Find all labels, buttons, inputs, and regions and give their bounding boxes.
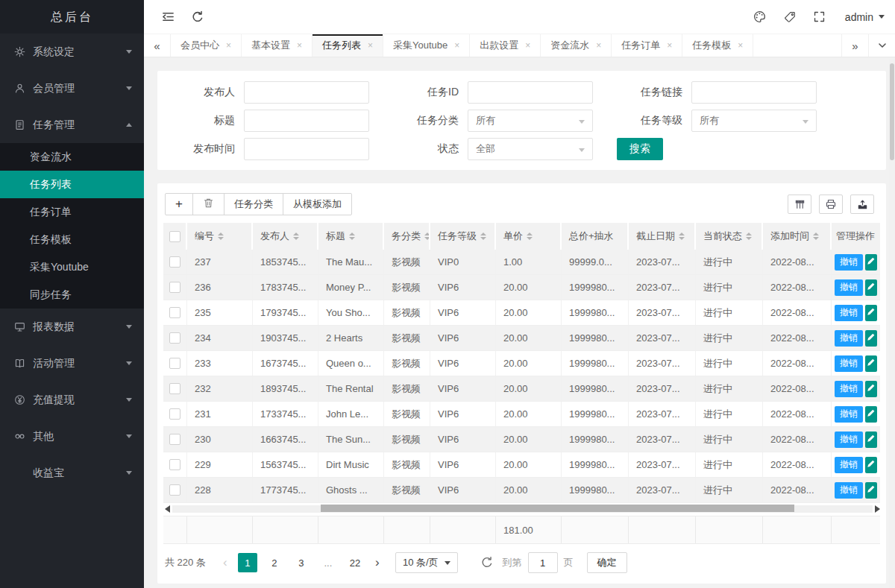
row-checkbox[interactable] bbox=[169, 484, 180, 496]
sort-icon[interactable] bbox=[679, 233, 685, 240]
edit-button[interactable] bbox=[865, 406, 877, 423]
close-icon[interactable]: × bbox=[297, 40, 302, 51]
revoke-button[interactable]: 撤销 bbox=[835, 431, 863, 448]
edit-button[interactable] bbox=[865, 431, 877, 448]
sidebar-item[interactable]: 活动管理 bbox=[0, 345, 144, 382]
fullscreen-icon[interactable] bbox=[805, 0, 835, 34]
page-number[interactable]: 3 bbox=[292, 553, 311, 572]
filter-select[interactable]: 全部 bbox=[468, 138, 593, 160]
sort-icon[interactable] bbox=[218, 233, 224, 240]
delete-button[interactable] bbox=[192, 193, 224, 215]
filter-select[interactable]: 所有 bbox=[691, 110, 817, 132]
select-all-checkbox[interactable] bbox=[169, 231, 180, 242]
refresh-icon[interactable] bbox=[183, 0, 213, 34]
close-icon[interactable]: × bbox=[667, 40, 672, 51]
revoke-button[interactable]: 撤销 bbox=[835, 305, 863, 321]
sort-icon[interactable] bbox=[813, 233, 819, 240]
sidebar-subitem[interactable]: 采集Youtube bbox=[0, 253, 144, 281]
export-icon[interactable] bbox=[850, 195, 874, 214]
row-checkbox[interactable] bbox=[169, 358, 180, 369]
column-header[interactable]: 发布人 bbox=[253, 223, 318, 250]
filter-input[interactable] bbox=[691, 81, 817, 104]
edit-button[interactable] bbox=[865, 279, 877, 296]
column-header[interactable]: 编号 bbox=[187, 223, 253, 250]
edit-button[interactable] bbox=[865, 381, 877, 397]
column-header[interactable]: 截止日期 bbox=[629, 223, 696, 250]
vertical-scrollbar[interactable] bbox=[889, 58, 895, 588]
collapse-sidebar-icon[interactable] bbox=[153, 0, 183, 34]
tab[interactable]: 任务订单 × bbox=[612, 34, 682, 57]
close-icon[interactable]: × bbox=[454, 40, 459, 51]
tab[interactable]: 会员中心 × bbox=[171, 34, 242, 57]
sort-icon[interactable] bbox=[527, 233, 533, 240]
sidebar-item[interactable]: 其他 bbox=[0, 418, 144, 455]
row-checkbox[interactable] bbox=[169, 332, 180, 344]
tab[interactable]: 采集Youtube × bbox=[383, 34, 470, 57]
sidebar-subitem[interactable]: 任务列表 bbox=[0, 171, 144, 198]
edit-button[interactable] bbox=[865, 355, 877, 372]
next-page-button[interactable]: › bbox=[368, 553, 386, 572]
tabs-scroll-right-icon[interactable]: » bbox=[841, 34, 868, 57]
close-icon[interactable]: × bbox=[596, 40, 601, 51]
edit-button[interactable] bbox=[865, 330, 877, 347]
scroll-right-arrow-icon[interactable] bbox=[875, 505, 880, 513]
printer-icon[interactable] bbox=[819, 195, 843, 214]
column-header[interactable]: 管理操作 bbox=[832, 223, 880, 250]
tab[interactable]: 基本设置 × bbox=[242, 34, 313, 57]
user-menu[interactable]: admin bbox=[845, 11, 885, 23]
revoke-button[interactable]: 撤销 bbox=[835, 457, 863, 473]
columns-icon[interactable] bbox=[788, 195, 811, 214]
revoke-button[interactable]: 撤销 bbox=[835, 355, 863, 372]
page-size-select[interactable]: 10 条/页 bbox=[395, 552, 458, 573]
page-number[interactable]: 1 bbox=[238, 553, 257, 572]
column-header[interactable]: 标题 bbox=[318, 223, 384, 250]
revoke-button[interactable]: 撤销 bbox=[835, 279, 863, 296]
column-header[interactable]: 当前状态 bbox=[696, 223, 763, 250]
sort-icon[interactable] bbox=[746, 233, 752, 240]
column-header[interactable]: 添加时间 bbox=[763, 223, 832, 250]
prev-page-button[interactable]: ‹ bbox=[216, 553, 234, 572]
close-icon[interactable]: × bbox=[368, 40, 373, 51]
column-header[interactable]: 单价 bbox=[496, 223, 562, 250]
theme-palette-icon[interactable] bbox=[745, 0, 775, 34]
edit-button[interactable] bbox=[865, 457, 877, 473]
column-header[interactable]: 总价+抽水 bbox=[562, 223, 629, 250]
edit-button[interactable] bbox=[865, 254, 877, 271]
edit-button[interactable] bbox=[865, 482, 877, 499]
revoke-button[interactable]: 撤销 bbox=[835, 381, 863, 397]
sidebar-item[interactable]: 报表数据 bbox=[0, 309, 144, 345]
sidebar-item[interactable]: 任务管理 bbox=[0, 107, 144, 143]
revoke-button[interactable]: 撤销 bbox=[835, 482, 863, 499]
task-category-button[interactable]: 任务分类 bbox=[224, 193, 283, 215]
page-number[interactable]: 22 bbox=[345, 553, 365, 572]
confirm-page-button[interactable]: 确定 bbox=[587, 552, 627, 573]
row-checkbox[interactable] bbox=[169, 256, 180, 268]
close-icon[interactable]: × bbox=[738, 40, 743, 51]
row-checkbox[interactable] bbox=[169, 282, 180, 293]
sidebar-item[interactable]: 收益宝 bbox=[0, 455, 144, 491]
edit-button[interactable] bbox=[865, 305, 877, 321]
close-icon[interactable]: × bbox=[525, 40, 530, 51]
sort-icon[interactable] bbox=[480, 233, 486, 240]
sort-icon[interactable] bbox=[424, 233, 430, 240]
page-number[interactable]: ... bbox=[318, 553, 338, 572]
horizontal-scrollbar-thumb[interactable] bbox=[321, 505, 794, 512]
filter-input[interactable] bbox=[244, 110, 369, 132]
sidebar-subitem[interactable]: 同步任务 bbox=[0, 281, 144, 309]
revoke-button[interactable]: 撤销 bbox=[835, 406, 863, 423]
add-from-template-button[interactable]: 从模板添加 bbox=[283, 193, 352, 215]
scroll-left-arrow-icon[interactable] bbox=[165, 505, 170, 513]
sidebar-item[interactable]: 系统设定 bbox=[0, 34, 144, 70]
column-header[interactable]: 务分类 bbox=[384, 223, 430, 250]
refresh-table-icon[interactable] bbox=[477, 553, 497, 572]
row-checkbox[interactable] bbox=[169, 307, 180, 318]
tab[interactable]: 任务模板 × bbox=[682, 34, 753, 57]
vertical-scrollbar-thumb[interactable] bbox=[890, 63, 894, 160]
sidebar-subitem[interactable]: 任务模板 bbox=[0, 226, 144, 253]
filter-input[interactable] bbox=[468, 81, 593, 104]
tag-icon[interactable] bbox=[775, 0, 805, 34]
sidebar-subitem[interactable]: 任务订单 bbox=[0, 198, 144, 226]
close-icon[interactable]: × bbox=[226, 40, 231, 51]
filter-select[interactable]: 所有 bbox=[468, 110, 593, 132]
row-checkbox[interactable] bbox=[169, 434, 180, 445]
